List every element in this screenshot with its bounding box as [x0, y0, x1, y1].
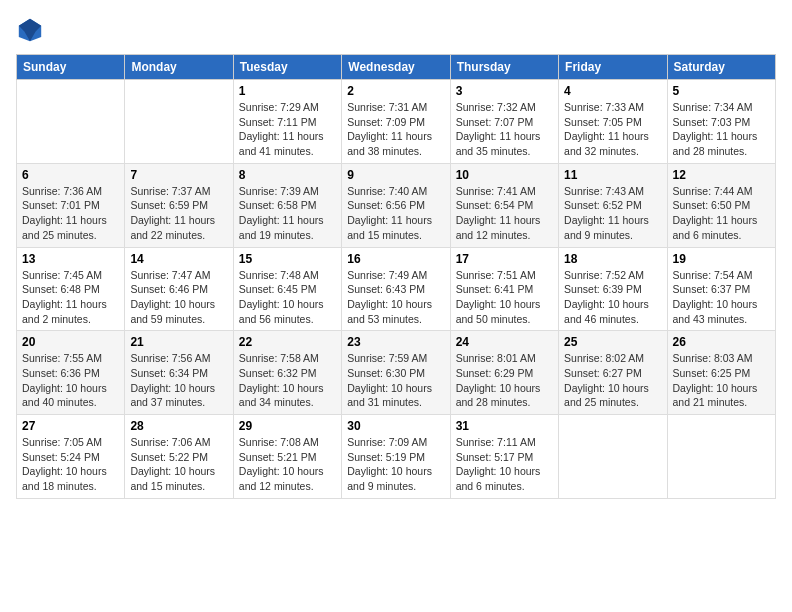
calendar-cell: 17Sunrise: 7:51 AM Sunset: 6:41 PM Dayli…	[450, 247, 558, 331]
day-number: 25	[564, 335, 661, 349]
day-info: Sunrise: 8:01 AM Sunset: 6:29 PM Dayligh…	[456, 351, 553, 410]
day-number: 4	[564, 84, 661, 98]
day-number: 11	[564, 168, 661, 182]
day-info: Sunrise: 8:02 AM Sunset: 6:27 PM Dayligh…	[564, 351, 661, 410]
calendar-cell: 8Sunrise: 7:39 AM Sunset: 6:58 PM Daylig…	[233, 163, 341, 247]
day-number: 1	[239, 84, 336, 98]
day-number: 24	[456, 335, 553, 349]
calendar-cell: 4Sunrise: 7:33 AM Sunset: 7:05 PM Daylig…	[559, 80, 667, 164]
day-info: Sunrise: 8:03 AM Sunset: 6:25 PM Dayligh…	[673, 351, 770, 410]
day-info: Sunrise: 7:32 AM Sunset: 7:07 PM Dayligh…	[456, 100, 553, 159]
calendar-cell: 1Sunrise: 7:29 AM Sunset: 7:11 PM Daylig…	[233, 80, 341, 164]
day-info: Sunrise: 7:37 AM Sunset: 6:59 PM Dayligh…	[130, 184, 227, 243]
calendar-cell: 31Sunrise: 7:11 AM Sunset: 5:17 PM Dayli…	[450, 415, 558, 499]
day-header-thursday: Thursday	[450, 55, 558, 80]
day-header-friday: Friday	[559, 55, 667, 80]
calendar-cell: 2Sunrise: 7:31 AM Sunset: 7:09 PM Daylig…	[342, 80, 450, 164]
day-info: Sunrise: 7:06 AM Sunset: 5:22 PM Dayligh…	[130, 435, 227, 494]
calendar-header-row: SundayMondayTuesdayWednesdayThursdayFrid…	[17, 55, 776, 80]
day-number: 3	[456, 84, 553, 98]
day-header-monday: Monday	[125, 55, 233, 80]
day-number: 14	[130, 252, 227, 266]
day-info: Sunrise: 7:41 AM Sunset: 6:54 PM Dayligh…	[456, 184, 553, 243]
day-number: 21	[130, 335, 227, 349]
calendar-cell: 27Sunrise: 7:05 AM Sunset: 5:24 PM Dayli…	[17, 415, 125, 499]
day-number: 15	[239, 252, 336, 266]
day-info: Sunrise: 7:59 AM Sunset: 6:30 PM Dayligh…	[347, 351, 444, 410]
logo-icon	[16, 16, 44, 44]
day-number: 27	[22, 419, 119, 433]
calendar-week-row: 6Sunrise: 7:36 AM Sunset: 7:01 PM Daylig…	[17, 163, 776, 247]
calendar-cell	[667, 415, 775, 499]
day-number: 13	[22, 252, 119, 266]
day-info: Sunrise: 7:55 AM Sunset: 6:36 PM Dayligh…	[22, 351, 119, 410]
day-info: Sunrise: 7:58 AM Sunset: 6:32 PM Dayligh…	[239, 351, 336, 410]
day-info: Sunrise: 7:49 AM Sunset: 6:43 PM Dayligh…	[347, 268, 444, 327]
day-number: 18	[564, 252, 661, 266]
day-number: 16	[347, 252, 444, 266]
day-number: 20	[22, 335, 119, 349]
day-number: 23	[347, 335, 444, 349]
day-info: Sunrise: 7:05 AM Sunset: 5:24 PM Dayligh…	[22, 435, 119, 494]
calendar-cell: 10Sunrise: 7:41 AM Sunset: 6:54 PM Dayli…	[450, 163, 558, 247]
day-info: Sunrise: 7:47 AM Sunset: 6:46 PM Dayligh…	[130, 268, 227, 327]
calendar-cell: 16Sunrise: 7:49 AM Sunset: 6:43 PM Dayli…	[342, 247, 450, 331]
calendar-cell	[17, 80, 125, 164]
calendar-cell: 11Sunrise: 7:43 AM Sunset: 6:52 PM Dayli…	[559, 163, 667, 247]
calendar-cell: 7Sunrise: 7:37 AM Sunset: 6:59 PM Daylig…	[125, 163, 233, 247]
calendar-cell	[125, 80, 233, 164]
calendar-cell: 13Sunrise: 7:45 AM Sunset: 6:48 PM Dayli…	[17, 247, 125, 331]
day-header-wednesday: Wednesday	[342, 55, 450, 80]
calendar-cell: 26Sunrise: 8:03 AM Sunset: 6:25 PM Dayli…	[667, 331, 775, 415]
day-info: Sunrise: 7:44 AM Sunset: 6:50 PM Dayligh…	[673, 184, 770, 243]
day-number: 12	[673, 168, 770, 182]
calendar-cell: 22Sunrise: 7:58 AM Sunset: 6:32 PM Dayli…	[233, 331, 341, 415]
calendar-cell: 5Sunrise: 7:34 AM Sunset: 7:03 PM Daylig…	[667, 80, 775, 164]
day-number: 8	[239, 168, 336, 182]
calendar-cell: 18Sunrise: 7:52 AM Sunset: 6:39 PM Dayli…	[559, 247, 667, 331]
logo	[16, 16, 48, 44]
calendar-cell: 29Sunrise: 7:08 AM Sunset: 5:21 PM Dayli…	[233, 415, 341, 499]
calendar-cell: 14Sunrise: 7:47 AM Sunset: 6:46 PM Dayli…	[125, 247, 233, 331]
day-info: Sunrise: 7:56 AM Sunset: 6:34 PM Dayligh…	[130, 351, 227, 410]
calendar-week-row: 20Sunrise: 7:55 AM Sunset: 6:36 PM Dayli…	[17, 331, 776, 415]
calendar-table: SundayMondayTuesdayWednesdayThursdayFrid…	[16, 54, 776, 499]
day-info: Sunrise: 7:43 AM Sunset: 6:52 PM Dayligh…	[564, 184, 661, 243]
day-number: 9	[347, 168, 444, 182]
day-number: 6	[22, 168, 119, 182]
page-header	[16, 16, 776, 44]
calendar-cell: 30Sunrise: 7:09 AM Sunset: 5:19 PM Dayli…	[342, 415, 450, 499]
calendar-cell: 19Sunrise: 7:54 AM Sunset: 6:37 PM Dayli…	[667, 247, 775, 331]
calendar-cell: 6Sunrise: 7:36 AM Sunset: 7:01 PM Daylig…	[17, 163, 125, 247]
day-number: 5	[673, 84, 770, 98]
day-info: Sunrise: 7:08 AM Sunset: 5:21 PM Dayligh…	[239, 435, 336, 494]
calendar-cell: 23Sunrise: 7:59 AM Sunset: 6:30 PM Dayli…	[342, 331, 450, 415]
calendar-cell: 12Sunrise: 7:44 AM Sunset: 6:50 PM Dayli…	[667, 163, 775, 247]
day-header-sunday: Sunday	[17, 55, 125, 80]
day-info: Sunrise: 7:39 AM Sunset: 6:58 PM Dayligh…	[239, 184, 336, 243]
day-number: 22	[239, 335, 336, 349]
calendar-cell: 20Sunrise: 7:55 AM Sunset: 6:36 PM Dayli…	[17, 331, 125, 415]
day-header-tuesday: Tuesday	[233, 55, 341, 80]
day-info: Sunrise: 7:52 AM Sunset: 6:39 PM Dayligh…	[564, 268, 661, 327]
calendar-cell: 3Sunrise: 7:32 AM Sunset: 7:07 PM Daylig…	[450, 80, 558, 164]
day-number: 26	[673, 335, 770, 349]
day-number: 28	[130, 419, 227, 433]
calendar-cell: 21Sunrise: 7:56 AM Sunset: 6:34 PM Dayli…	[125, 331, 233, 415]
day-info: Sunrise: 7:29 AM Sunset: 7:11 PM Dayligh…	[239, 100, 336, 159]
calendar-cell	[559, 415, 667, 499]
calendar-week-row: 1Sunrise: 7:29 AM Sunset: 7:11 PM Daylig…	[17, 80, 776, 164]
day-number: 7	[130, 168, 227, 182]
calendar-cell: 28Sunrise: 7:06 AM Sunset: 5:22 PM Dayli…	[125, 415, 233, 499]
calendar-cell: 24Sunrise: 8:01 AM Sunset: 6:29 PM Dayli…	[450, 331, 558, 415]
day-info: Sunrise: 7:33 AM Sunset: 7:05 PM Dayligh…	[564, 100, 661, 159]
day-info: Sunrise: 7:31 AM Sunset: 7:09 PM Dayligh…	[347, 100, 444, 159]
day-number: 10	[456, 168, 553, 182]
calendar-cell: 25Sunrise: 8:02 AM Sunset: 6:27 PM Dayli…	[559, 331, 667, 415]
calendar-week-row: 27Sunrise: 7:05 AM Sunset: 5:24 PM Dayli…	[17, 415, 776, 499]
day-info: Sunrise: 7:48 AM Sunset: 6:45 PM Dayligh…	[239, 268, 336, 327]
calendar-cell: 9Sunrise: 7:40 AM Sunset: 6:56 PM Daylig…	[342, 163, 450, 247]
day-info: Sunrise: 7:09 AM Sunset: 5:19 PM Dayligh…	[347, 435, 444, 494]
day-number: 31	[456, 419, 553, 433]
day-number: 19	[673, 252, 770, 266]
